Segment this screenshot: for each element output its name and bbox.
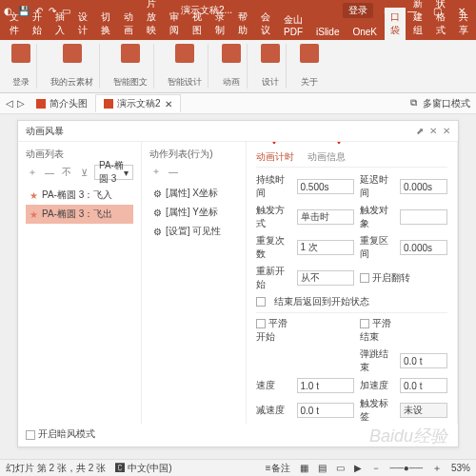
add2-icon[interactable]: ＋ (149, 165, 163, 178)
inp-bounce[interactable]: 0.0 t (400, 353, 447, 368)
ribbon-group[interactable]: 关于 (294, 44, 325, 89)
ribbon-tab[interactable]: 开始 (27, 8, 48, 40)
annotation-arrow (338, 142, 340, 144)
multi-window-label[interactable]: 多窗口模式 (423, 97, 470, 110)
ribbon-group-label: 智能设计 (168, 76, 202, 89)
tab-close-icon[interactable]: ✕ (165, 99, 172, 109)
login-button[interactable]: 登录 (343, 3, 373, 18)
ribbon-tab[interactable]: 共享 (453, 8, 474, 40)
ribbon-tab[interactable]: 会议 (255, 8, 276, 40)
chk-autorev[interactable] (360, 273, 369, 283)
ribbon-tab[interactable]: iSlide (310, 24, 345, 40)
ribbon-tab[interactable]: 新建组 (407, 0, 428, 40)
inp-decel[interactable]: 0.0 t (297, 403, 354, 418)
animation-list-column: 动画列表 ＋ — 不 ⊻ PA-椭圆 3▾ ★PA-椭圆 3：飞入★PA-椭圆 … (18, 142, 142, 424)
ribbon-group-label: 登录 (12, 76, 30, 89)
ribbon-group[interactable]: 我的云素材 (45, 44, 100, 89)
zoom-out-icon[interactable]: － (371, 462, 381, 475)
ribbon-tab[interactable]: 审阅 (164, 8, 185, 40)
ribbon-body: 登录我的云素材智能图文智能设计动画设计关于 (0, 40, 476, 93)
document-tab[interactable]: 简介头图 (29, 94, 95, 112)
animation-storm-panel: 动画风暴 ⬈ ✕ ✕ 动画列表 ＋ — 不 ⊻ PA-椭圆 3▾ ★PA-椭圆 … (17, 120, 459, 447)
lbl-accel: 加速度 (360, 379, 395, 392)
action-list-item[interactable]: ⚙ [属性] Y坐标 (149, 203, 238, 222)
tab-info[interactable]: 动画信息 (307, 148, 346, 167)
lbl-duration: 持续时间 (256, 173, 291, 200)
chk-rewind[interactable] (256, 297, 266, 307)
panel-pin-icon[interactable]: ✕ (429, 126, 437, 136)
ribbon-group-icon (63, 44, 82, 63)
animation-list-item[interactable]: ★PA-椭圆 3：飞出 (26, 205, 133, 224)
ribbon-group-icon (261, 44, 280, 63)
zoom-in-icon[interactable]: ＋ (432, 462, 442, 475)
lbl-repeat: 重复次数 (256, 234, 291, 261)
ribbon-tab[interactable]: 插入 (50, 8, 70, 40)
ribbon-tab[interactable]: 动画 (118, 8, 139, 40)
inp-accel[interactable]: 0.0 t (400, 378, 447, 393)
ribbon-group-icon (11, 44, 30, 63)
up-icon[interactable]: 不 (60, 166, 73, 179)
inp-repeat[interactable]: 1 次 (297, 240, 354, 255)
ribbon-tab[interactable]: 口袋 (385, 8, 406, 40)
view-normal-icon[interactable]: ▦ (300, 463, 308, 473)
multi-window-icon[interactable]: ⧉ (410, 97, 417, 110)
ribbon-group[interactable]: 登录 (6, 44, 37, 89)
inp-restart[interactable]: 从不 (297, 270, 354, 286)
panel-pop-icon[interactable]: ⬈ (416, 126, 424, 136)
remove2-icon[interactable]: — (167, 167, 180, 177)
presentation-icon (104, 99, 113, 109)
inp-speed[interactable]: 1.0 t (297, 378, 354, 393)
ribbon-tab[interactable]: 视图 (187, 8, 208, 40)
ribbon-tab-strip: 文件开始插入设计切换动画幻灯片放映审阅视图录制帮助会议金山PDFiSlideOn… (0, 21, 476, 40)
ribbon-group[interactable]: 智能图文 (108, 44, 154, 89)
ribbon-group-icon (300, 44, 319, 63)
inp-interval[interactable]: 0.000s (400, 240, 447, 255)
ribbon-group-icon (121, 44, 140, 63)
inp-delay[interactable]: 0.000s (400, 179, 447, 194)
ribbon-tab[interactable]: 文件 (4, 8, 25, 40)
nav-back-icon[interactable]: ◁ (6, 98, 13, 109)
ribbon-group[interactable]: 智能设计 (162, 44, 208, 89)
chk-smooth-start[interactable] (256, 319, 266, 328)
zoom-value[interactable]: 53% (451, 463, 470, 473)
ribbon-group[interactable]: 动画 (216, 44, 248, 89)
ribbon-group[interactable]: 设计 (255, 44, 287, 89)
inp-trigger[interactable]: 单击时 (297, 209, 354, 225)
document-tab[interactable]: 演示文稿2 ✕ (95, 94, 181, 112)
ribbon-tab[interactable]: 切换 (95, 8, 116, 40)
notes-icon[interactable]: ≡备注 (266, 462, 290, 475)
nav-fwd-icon[interactable]: ▷ (17, 98, 25, 109)
lbl-restart: 重新开始 (256, 265, 291, 291)
action-list-item[interactable]: ⚙ [属性] X坐标 (149, 184, 238, 203)
ribbon-tab[interactable]: 帮助 (232, 8, 253, 40)
tab-timing[interactable]: 动画计时 (256, 148, 294, 167)
ribbon-tab[interactable]: 形状格式 (430, 0, 451, 40)
chk-dark-mode[interactable] (26, 430, 35, 440)
inp-trigobj[interactable] (400, 209, 447, 225)
view-sorter-icon[interactable]: ▤ (318, 463, 327, 473)
down-icon[interactable]: ⊻ (77, 168, 90, 178)
view-reading-icon[interactable]: ▭ (336, 463, 345, 473)
ribbon-tab[interactable]: 幻灯片放映 (141, 0, 162, 40)
zoom-slider[interactable]: ──●── (390, 463, 423, 473)
ribbon-group-label: 动画 (223, 76, 240, 89)
ribbon-group-icon (222, 44, 241, 63)
panel-close-icon[interactable]: ✕ (443, 126, 450, 136)
inp-tag[interactable]: 未设 (400, 403, 447, 418)
inp-duration[interactable]: 0.500s (297, 179, 354, 194)
animation-list-item[interactable]: ★PA-椭圆 3：飞入 (26, 186, 133, 205)
add-icon[interactable]: ＋ (26, 166, 39, 179)
lbl-delay: 延迟时间 (360, 173, 395, 200)
status-bar: 幻灯片 第 2 张，共 2 张 🅲 中文(中国) ≡备注 ▦ ▤ ▭ ▶ － ─… (0, 459, 476, 476)
ribbon-tab[interactable]: 设计 (72, 8, 93, 40)
action-list-item[interactable]: ⚙ [设置] 可见性 (149, 222, 238, 241)
shape-selector[interactable]: PA-椭圆 3▾ (94, 165, 133, 180)
lang-indicator[interactable]: 🅲 中文(中国) (115, 462, 171, 475)
ribbon-tab[interactable]: OneK (347, 24, 383, 40)
ribbon-tab[interactable]: 录制 (209, 8, 230, 40)
slide-counter: 幻灯片 第 2 张，共 2 张 (6, 462, 106, 475)
view-slideshow-icon[interactable]: ▶ (354, 463, 362, 473)
remove-icon[interactable]: — (43, 168, 56, 178)
chk-smooth-end[interactable] (360, 319, 369, 328)
ribbon-tab[interactable]: 金山PDF (278, 10, 308, 40)
